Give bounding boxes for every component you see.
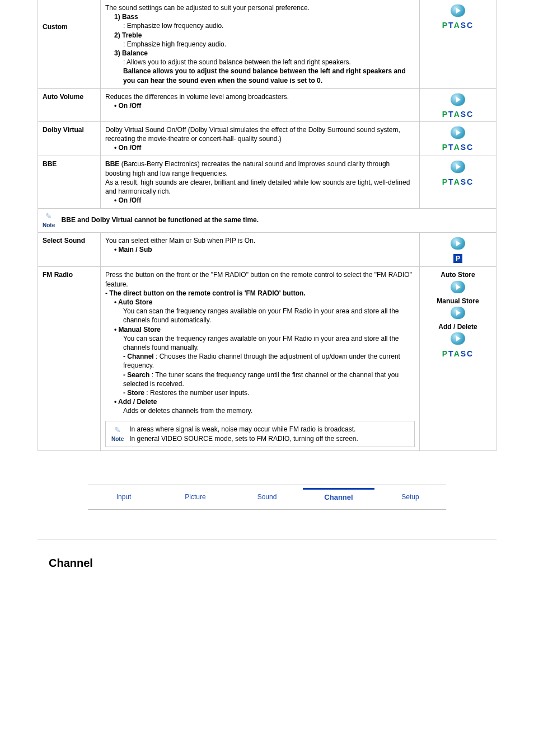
fm-adddelete-desc: Adds or deletes channels from the memory… (123, 406, 415, 415)
ptasc-badge: PTASC (424, 143, 491, 151)
note-row: ✎ Note BBE and Dolby Virtual cannot be f… (38, 209, 496, 233)
custom-item-desc: : Emphasize high frequency audio. (123, 40, 415, 49)
fm-search: - Search : The tuner scans the frequency… (123, 370, 415, 388)
row-desc-selectsound: You can select either Main or Sub when P… (101, 233, 420, 267)
play-icon (451, 281, 465, 293)
dolby-opt: • On /Off (114, 143, 415, 152)
play-icon (451, 307, 465, 319)
row-desc-bbe: BBE (Barcus-Berry Electronics) recreates… (101, 156, 420, 209)
fm-inner-note: ✎ Note In areas where signal is weak, no… (105, 421, 415, 447)
section-divider (38, 539, 496, 540)
tab-bar: Input Picture Sound Channel Setup (88, 485, 446, 511)
dolby-desc: Dolby Virtual Sound On/Off (Dolby Virtua… (105, 125, 415, 143)
tab-sound[interactable]: Sound (231, 485, 303, 509)
custom-item-title: 1) Bass (114, 12, 415, 21)
custom-item-title: 3) Balance (114, 49, 415, 58)
play-icon (451, 126, 465, 139)
row-side-dolby: PTASC (420, 121, 496, 156)
bbe-opt: • On /Off (114, 196, 415, 205)
side-autostore-label: Auto Store (424, 270, 491, 279)
row-label-custom: Custom (38, 0, 101, 88)
tab-setup[interactable]: Setup (374, 485, 446, 509)
fm-intro1: Press the button on the front or the "FM… (105, 270, 415, 288)
note-text: BBE and Dolby Virtual cannot be function… (62, 216, 259, 224)
row-label-selectsound: Select Sound (38, 233, 101, 267)
custom-extra: Ballance allows you to adjust the sound … (123, 67, 415, 84)
row-desc-autovolume: Reduces the differences in volume level … (101, 88, 420, 121)
row-side-custom: PTASC (420, 0, 496, 88)
row-desc-dolby: Dolby Virtual Sound On/Off (Dolby Virtua… (101, 121, 420, 156)
ptasc-badge: PTASC (424, 350, 491, 358)
tab-input[interactable]: Input (88, 485, 160, 509)
row-desc-fmradio: Press the button on the front or the "FM… (101, 267, 420, 450)
side-adddelete-label: Add / Delete (424, 322, 491, 331)
ptasc-badge: PTASC (424, 178, 491, 186)
custom-item-title: 2) Treble (114, 31, 415, 40)
play-icon (451, 332, 465, 345)
active-tab-indicator (303, 488, 374, 490)
custom-intro: The sound settings can be adjusted to su… (105, 3, 415, 12)
note-icon: ✎ Note (111, 426, 124, 443)
row-label-fmradio: FM Radio (38, 267, 101, 450)
fm-adddelete-title: • Add / Delete (114, 397, 415, 406)
fm-channel: - Channel : Chooses the Radio channel th… (123, 352, 415, 370)
autovolume-opt: • On /Off (114, 101, 415, 110)
note-icon: ✎ Note (43, 212, 55, 229)
row-label-autovolume: Auto Volume (38, 88, 101, 121)
row-side-bbe: PTASC (420, 156, 496, 209)
fm-manualstore-desc: You can scan the frequency ranges availa… (123, 334, 415, 352)
bbe-desc1: BBE (Barcus-Berry Electronics) recreates… (105, 159, 415, 177)
ptasc-badge: PTASC (424, 110, 491, 118)
row-label-bbe: BBE (38, 156, 101, 209)
ptasc-badge: PTASC (424, 21, 491, 29)
side-manualstore-label: Manual Store (424, 297, 491, 306)
play-icon (451, 161, 465, 173)
fm-store: - Store : Restores the number user input… (123, 388, 415, 397)
pin-icon: ✎ (114, 425, 121, 434)
play-icon (451, 4, 465, 17)
row-side-autovolume: PTASC (420, 88, 496, 121)
section-heading-channel: Channel (49, 557, 496, 570)
row-desc-custom: The sound settings can be adjusted to su… (101, 0, 420, 88)
pin-icon: ✎ (45, 212, 52, 220)
fm-note-text: In areas where signal is weak, noise may… (129, 425, 411, 443)
play-icon (451, 237, 465, 250)
selectsound-opt: • Main / Sub (114, 245, 415, 254)
row-label-dolby: Dolby Virtual (38, 121, 101, 156)
note-label: Note (111, 435, 124, 443)
custom-item-desc: : Emphasize low frequency audio. (123, 21, 415, 30)
fm-manualstore-title: • Manual Store (114, 325, 415, 334)
selectsound-desc: You can select either Main or Sub when P… (105, 236, 415, 245)
note-label: Note (43, 222, 55, 229)
p-badge: P (453, 254, 462, 263)
fm-autostore-desc: You can scan the frequency ranges availa… (123, 307, 415, 325)
play-icon (451, 93, 465, 106)
bbe-desc2: As a result, high sounds are clearer, br… (105, 178, 415, 196)
row-side-fmradio: Auto Store Manual Store Add / Delete PTA… (420, 267, 496, 450)
settings-table: Custom The sound settings can be adjuste… (38, 0, 496, 451)
row-side-selectsound: P (420, 233, 496, 267)
tab-picture[interactable]: Picture (160, 485, 231, 509)
autovolume-desc: Reduces the differences in volume level … (105, 92, 415, 101)
custom-item-desc: : Allows you to adjust the sound balance… (123, 58, 415, 67)
fm-intro2: - The direct button on the remote contro… (105, 289, 415, 298)
fm-autostore-title: • Auto Store (114, 298, 415, 307)
